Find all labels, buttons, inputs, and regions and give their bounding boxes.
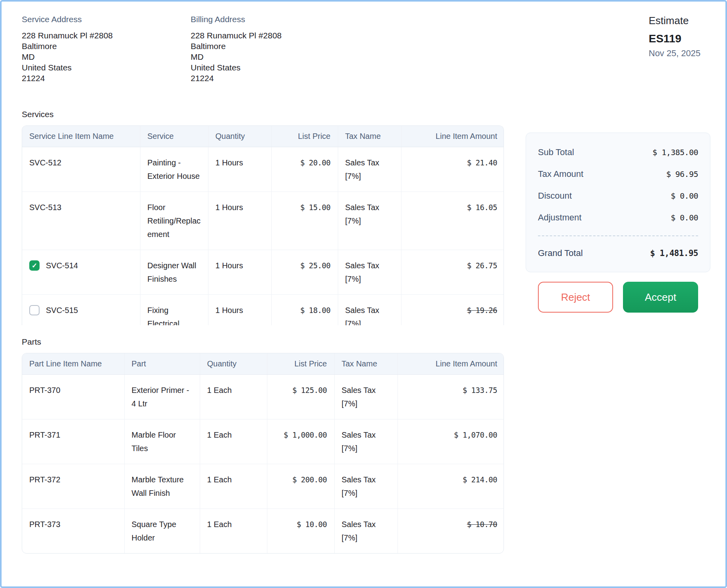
quantity-cell: 1 Hours [208, 147, 271, 192]
line-item-name-cell: SVC-512 [22, 147, 140, 192]
table-row: SVC-512Painting - Exterior House1 Hours$… [22, 147, 504, 192]
summary-divider [538, 235, 698, 236]
billing-address-label: Billing Address [191, 15, 360, 24]
services-heading: Services [22, 110, 504, 119]
line-item-name: SVC-514 [46, 259, 78, 272]
list-price-cell: $ 15.00 [271, 192, 338, 250]
summary-value: $ 0.00 [671, 213, 698, 222]
summary-label: Sub Total [538, 147, 574, 157]
line-item-name: PRT-370 [29, 383, 61, 397]
accept-button[interactable]: Accept [623, 282, 698, 313]
services-header-row: Service Line Item NameServiceQuantityLis… [22, 126, 504, 147]
summary-row: Adjustment$ 0.00 [538, 212, 698, 223]
quantity-cell: 1 Each [200, 375, 267, 419]
summary-column: Sub Total$ 1,385.00Tax Amount$ 96.95Disc… [526, 110, 710, 554]
address-line: United States [22, 62, 191, 73]
item-description-cell: Exterior Primer - 4 Ltr [124, 375, 200, 419]
reject-button[interactable]: Reject [538, 282, 613, 313]
estimate-date: Nov 25, 2025 [649, 48, 707, 59]
billing-address-block: Billing Address 228 Runamuck Pl #2808Bal… [191, 15, 360, 83]
item-description-cell: Floor Retiling/Replacement [140, 192, 208, 250]
services-table: Service Line Item NameServiceQuantityLis… [22, 126, 504, 325]
list-price-cell: $ 10.00 [267, 509, 334, 554]
tax-name-cell: Sales Tax [7%] [334, 375, 398, 419]
item-description-cell: Marble Floor Tiles [124, 419, 200, 464]
summary-label: Tax Amount [538, 169, 583, 179]
service-address-block: Service Address 228 Runamuck Pl #2808Bal… [22, 15, 191, 83]
line-item-name-cell: PRT-373 [22, 509, 124, 554]
line-item-name-cell: SVC-515 [22, 295, 140, 326]
item-description-cell: Painting - Exterior House [140, 147, 208, 192]
summary-row: Tax Amount$ 96.95 [538, 169, 698, 179]
estimate-number: ES119 [649, 32, 707, 45]
line-item-amount-cell: $ 133.75 [398, 375, 504, 419]
table-row: PRT-372Marble Texture Wall Finish1 Each$… [22, 464, 504, 509]
service-address-lines: 228 Runamuck Pl #2808BaltimoreMDUnited S… [22, 30, 191, 83]
list-price-cell: $ 1,000.00 [267, 419, 334, 464]
estimate-title: Estimate [649, 15, 707, 27]
tax-name-cell: Sales Tax [7%] [334, 464, 398, 509]
column-header: Part Line Item Name [22, 353, 124, 375]
list-price-cell: $ 125.00 [267, 375, 334, 419]
list-price-cell: $ 200.00 [267, 464, 334, 509]
column-header: Line Item Amount [398, 353, 504, 375]
grand-total-label: Grand Total [538, 248, 583, 258]
table-row: PRT-373Square Type Holder1 Each$ 10.00Sa… [22, 509, 504, 554]
services-table-container: Service Line Item NameServiceQuantityLis… [22, 125, 504, 325]
parts-heading: Parts [22, 337, 504, 347]
summary-card: Sub Total$ 1,385.00Tax Amount$ 96.95Disc… [526, 133, 710, 272]
line-item-name-cell: PRT-370 [22, 375, 124, 419]
column-header: List Price [271, 126, 338, 147]
table-row: SVC-513Floor Retiling/Replacement1 Hours… [22, 192, 504, 250]
tax-name-cell: Sales Tax [7%] [338, 192, 401, 250]
quantity-cell: 1 Hours [208, 192, 271, 250]
address-line: MD [191, 51, 360, 62]
summary-value: $ 1,385.00 [653, 148, 698, 157]
line-item-name: PRT-373 [29, 518, 61, 531]
summary-label: Discount [538, 191, 572, 201]
list-price-cell: $ 20.00 [271, 147, 338, 192]
checkbox-checked-icon[interactable]: ✓ [29, 260, 40, 271]
line-item-amount-cell: $ 26.75 [401, 250, 504, 295]
quantity-cell: 1 Hours [208, 250, 271, 295]
line-item-name-cell: PRT-372 [22, 464, 124, 509]
quantity-cell: 1 Each [200, 509, 267, 554]
grand-total-row: Grand Total $ 1,481.95 [538, 248, 698, 258]
tax-name-cell: Sales Tax [7%] [338, 250, 401, 295]
grand-total-value: $ 1,481.95 [650, 248, 698, 258]
address-line: MD [22, 51, 191, 62]
column-header: Part [124, 353, 200, 375]
column-header: Service Line Item Name [22, 126, 140, 147]
summary-value: $ 0.00 [671, 191, 698, 201]
action-buttons: Reject Accept [526, 282, 710, 313]
address-line: United States [191, 62, 360, 73]
service-address-label: Service Address [22, 15, 191, 24]
tax-name-cell: Sales Tax [7%] [338, 295, 401, 326]
line-item-amount-cell: $ 214.00 [398, 464, 504, 509]
page-header: Service Address 228 Runamuck Pl #2808Bal… [22, 15, 707, 83]
quantity-cell: 1 Each [200, 419, 267, 464]
address-line: 228 Runamuck Pl #2808 [191, 30, 360, 41]
summary-row: Sub Total$ 1,385.00 [538, 147, 698, 157]
line-items-column: Services Service Line Item NameServiceQu… [22, 110, 504, 554]
column-header: Quantity [200, 353, 267, 375]
list-price-cell: $ 25.00 [271, 250, 338, 295]
column-header: Tax Name [338, 126, 401, 147]
column-header: List Price [267, 353, 334, 375]
line-item-name: PRT-371 [29, 428, 61, 442]
address-line: Baltimore [191, 41, 360, 51]
line-item-name-cell: SVC-513 [22, 192, 140, 250]
quantity-cell: 1 Hours [208, 295, 271, 326]
line-item-name: SVC-515 [46, 303, 78, 317]
tax-name-cell: Sales Tax [7%] [334, 509, 398, 554]
quantity-cell: 1 Each [200, 464, 267, 509]
line-item-name-cell: ✓SVC-514 [22, 250, 140, 295]
parts-table-container: Part Line Item NamePartQuantityList Pric… [22, 353, 504, 554]
item-description-cell: Designer Wall Finishes [140, 250, 208, 295]
line-item-name-cell: PRT-371 [22, 419, 124, 464]
address-line: 21224 [22, 73, 191, 83]
checkbox-unchecked-icon[interactable] [29, 305, 40, 315]
item-description-cell: Square Type Holder [124, 509, 200, 554]
summary-row: Discount$ 0.00 [538, 191, 698, 201]
line-item-name: SVC-512 [29, 156, 61, 169]
